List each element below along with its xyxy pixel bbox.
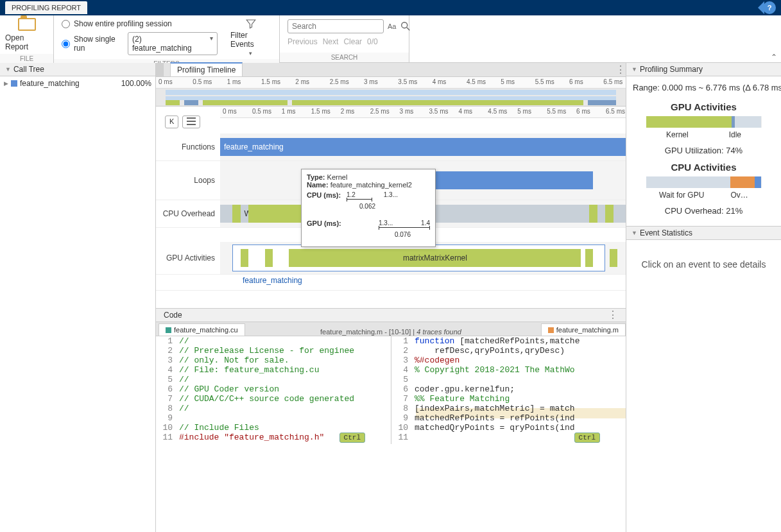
gpu-kernel-seg[interactable] [610,249,617,267]
cpu-seg[interactable] [589,205,597,223]
line-number: 7 [391,394,415,404]
code-text: // GPU Coder version [179,384,279,394]
collapse-toolbar-icon[interactable]: ⌃ [771,53,777,62]
code-line[interactable]: 7// CUDA/C/C++ source code generated [156,394,391,404]
show-single-input[interactable] [62,40,70,48]
code-text: [indexPairs,matchMetric] = match [415,404,575,413]
time-tick: 0 ms [159,78,173,85]
code-line[interactable]: 3// only. Not for sale. [156,356,391,365]
chevron-down-icon[interactable]: ▾ [249,50,252,56]
code-line[interactable]: 5// [156,375,391,384]
code-tab-left[interactable]: feature_matching.cu [159,323,245,336]
gpu-kernel-seg[interactable] [241,249,249,267]
code-line[interactable]: 8[indexPairs,matchMetric] = match [391,404,626,413]
timeline-menu-icon[interactable]: ⋮ [615,66,626,74]
gpu-kernel-seg[interactable] [265,249,273,267]
summary-header: ▼ Profiling Summary [626,63,781,76]
clear-button[interactable]: Clear [343,37,362,46]
svg-rect-4 [187,124,196,125]
gpu-kernel-main[interactable]: matrixMatrixKernel [289,249,581,267]
cpu-seg[interactable] [220,205,232,223]
functions-bar[interactable]: feature_matching [220,138,626,156]
show-entire-radio[interactable]: Show entire profiling session [62,19,218,28]
code-menu-icon[interactable]: ⋮ [608,311,618,319]
code-line[interactable]: 1// [156,336,391,346]
time-tick: 4.5 ms [467,78,486,85]
code-text: refDesc,qryPoints,qryDesc) [415,346,565,356]
code-pane-right[interactable]: Ctrl 1function [matchedRefPoints,matche2… [391,336,626,444]
gpu-kernel-seg[interactable] [585,249,594,267]
code-line[interactable]: 9matchedRefPoints = refPoints(ind [391,413,626,423]
cpu-seg[interactable] [605,205,614,223]
call-tree-item-pct: 100.00% [121,79,151,88]
code-line[interactable]: 7%% Feature Matching [391,394,626,404]
chevron-down-icon[interactable]: ▼ [631,230,637,236]
time-tick: 4 ms [458,108,472,115]
code-line[interactable]: 4// File: feature_matching.cu [156,365,391,375]
time-tick: 2 ms [295,78,309,85]
match-case-button[interactable]: Aa [388,22,396,30]
expand-icon[interactable]: ▶ [4,80,8,87]
view-list-toggle[interactable] [182,116,200,128]
code-line[interactable]: 10// Include Files [156,423,391,433]
time-tick: 2.5 ms [330,78,349,85]
code-line[interactable]: 6coder.gpu.kernelfun; [391,384,626,394]
line-number: 2 [391,346,415,356]
search-input[interactable] [288,19,384,33]
legend-kernel: Kernel [666,130,689,139]
time-tick: 1 ms [282,108,296,115]
code-line[interactable]: 5 [391,375,626,384]
summary-title: Profiling Summary [640,65,703,74]
cpu-seg[interactable] [597,205,606,223]
time-tick: 1 ms [227,78,241,85]
run-select[interactable]: (2) feature_matching [128,32,218,55]
previous-button[interactable]: Previous [288,37,318,46]
help-button[interactable]: ? [763,1,776,14]
code-tab-right[interactable]: feature_matching.m [541,323,626,336]
app-tab[interactable]: PROFILING REPORT [5,1,87,14]
show-entire-input[interactable] [62,20,70,28]
open-report-button[interactable]: Open Report [5,18,48,51]
functions-track[interactable]: feature_matching [220,133,626,160]
show-single-radio[interactable]: Show single run (2) feature_matching [62,32,218,55]
line-number: 3 [156,356,179,365]
time-ruler-main[interactable]: 0 ms0.5 ms1 ms1.5 ms2 ms2.5 ms3 ms3.5 ms… [220,107,626,118]
timeline-tab[interactable]: Profiling Timeline [170,62,243,76]
code-line[interactable]: 2// Prerelease License - for enginee [156,346,391,356]
time-tick: 2.5 ms [370,108,390,115]
minimap[interactable] [156,89,626,107]
folder-icon [18,18,36,31]
cpu-seg[interactable] [232,205,241,223]
view-kernel-toggle[interactable]: K [165,116,178,128]
show-single-label: Show single run [74,35,124,53]
search-count: 0/0 [367,37,378,46]
code-line[interactable]: 1function [matchedRefPoints,matche [391,336,626,346]
time-ruler-top[interactable]: 0 ms0.5 ms1 ms1.5 ms2 ms2.5 ms3 ms3.5 ms… [156,77,626,89]
filter-events-button[interactable]: Filter Events [230,31,271,49]
code-line[interactable]: 3%#codegen [391,356,626,365]
code-pane-left[interactable]: Ctrl 1//2// Prerelease License - for eng… [156,336,391,444]
toolbar: Open Report FILE Show entire profiling s… [0,15,781,63]
function-color-icon [11,80,17,87]
code-line[interactable]: 9 [156,413,391,423]
time-tick: 0 ms [223,108,237,115]
cpu-seg[interactable] [614,205,626,223]
chevron-down-icon[interactable]: ▼ [631,66,637,73]
time-tick: 6.5 ms [606,108,625,115]
cpu-seg-wa[interactable]: Wa… [241,205,249,223]
next-button[interactable]: Next [323,37,339,46]
code-line[interactable]: 2 refDesc,qryPoints,qryDesc) [391,346,626,356]
code-line[interactable]: 10matchedQryPoints = qryPoints(ind [391,423,626,433]
code-line[interactable]: 8// [156,404,391,413]
chevron-down-icon[interactable]: ▼ [5,66,11,73]
call-tree-row[interactable]: ▶ feature_matching 100.00% [4,79,151,88]
cpu-activities-bar [646,176,762,188]
cpu-seg[interactable] [248,205,301,223]
row-label-gpu-activities: GPU Activities [156,253,220,262]
time-tick: 1.5 ms [261,78,280,85]
code-line[interactable]: 6// GPU Coder version [156,384,391,394]
time-tick: 3.5 ms [398,78,417,85]
line-number: 2 [156,346,179,356]
code-line[interactable]: 4% Copyright 2018-2021 The MathWo [391,365,626,375]
event-stats-header: ▼ Event Statistics [626,226,781,240]
